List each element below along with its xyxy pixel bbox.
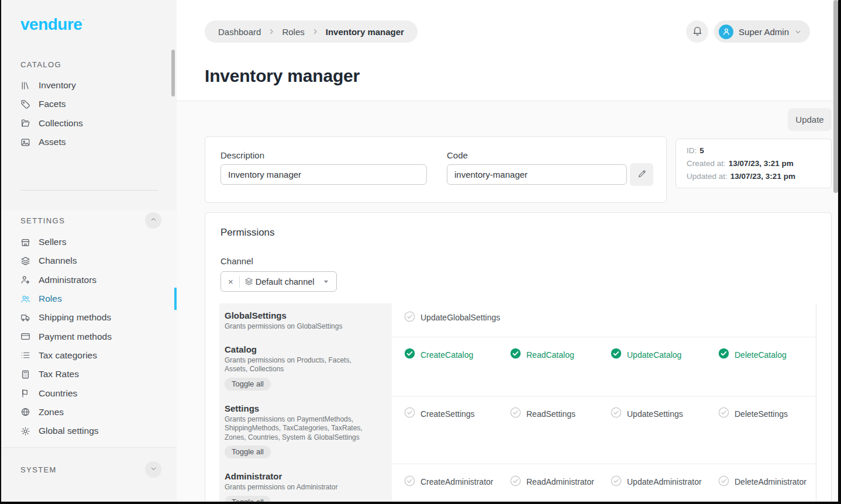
main-scrollbar[interactable] (833, 0, 838, 193)
sidebar-item-channels[interactable]: Channels (1, 251, 177, 270)
unchecked-circle-icon (510, 407, 521, 420)
sidebar-scrollbar[interactable] (171, 50, 175, 96)
assets-icon (20, 137, 31, 147)
permission-group-row-administrator: AdministratorGrants permissions on Admin… (219, 464, 816, 502)
checked-circle-icon (404, 348, 415, 361)
collapse-button[interactable] (145, 212, 161, 229)
toggle-all-button[interactable]: Toggle all (225, 446, 271, 458)
description-label: Description (220, 150, 264, 160)
remove-channel-icon[interactable]: × (227, 277, 235, 286)
sidebar-item-label: Inventory (39, 80, 76, 91)
sidebar-item-payment-methods[interactable]: Payment methods (1, 327, 177, 346)
permission-group-row-globalsettings: GlobalSettingsGrants permissions on Glob… (219, 303, 816, 337)
permission-label: UpdateAdministrator (627, 477, 702, 486)
updated-at-row: Updated at: 13/07/23, 3:21 pm (687, 172, 821, 181)
sidebar-item-label: Shipping methods (39, 312, 111, 323)
toggle-all-button[interactable]: Toggle all (225, 496, 271, 502)
permission-items: CreateCatalogReadCatalogUpdateCatalogDel… (392, 337, 816, 396)
sidebar-item-sellers[interactable]: Sellers (1, 233, 177, 251)
sidebar-section-system: SYSTEM (1, 460, 177, 482)
inventory-icon (20, 80, 31, 91)
updated-at-value: 13/07/23, 3:21 pm (730, 172, 795, 181)
unchecked-circle-icon (404, 407, 415, 420)
toggle-all-button[interactable]: Toggle all (225, 378, 271, 391)
section-header: SYSTEM (1, 460, 177, 479)
sidebar-item-countries[interactable]: Countries (1, 384, 177, 402)
permission-group-row-catalog: CatalogGrants permissions on Products, F… (219, 337, 816, 396)
channel-label: Channel (220, 256, 253, 266)
permission-checkbox-updatecatalog[interactable]: UpdateCatalog (611, 349, 718, 361)
sidebar-item-tax-rates[interactable]: Tax Rates (1, 365, 177, 384)
sidebar-section-settings: SETTINGSSellersChannelsAdministratorsRol… (1, 210, 177, 448)
created-at-label: Created at: (687, 159, 726, 168)
permission-checkbox-readadministrator[interactable]: ReadAdministrator (510, 476, 611, 488)
sidebar-item-label: Channels (39, 256, 77, 266)
permission-checkbox-deletesettings[interactable]: DeleteSettings (718, 408, 816, 420)
vendure-logo[interactable]: vendure˙ (20, 15, 84, 34)
logo-trademark: ˙ (82, 18, 84, 25)
sidebar-item-assets[interactable]: Assets (1, 133, 177, 151)
entity-info-card: ID: 5 Created at: 13/07/23, 3:21 pm Upda… (675, 139, 832, 188)
permission-items: CreateSettingsReadSettingsUpdateSettings… (392, 396, 816, 465)
sidebar-item-label: Global settings (39, 426, 99, 436)
breadcrumb-item-inventory-manager: Inventory manager (326, 27, 404, 37)
sidebar-item-collections[interactable]: Collections (1, 114, 177, 133)
sidebar-item-inventory[interactable]: Inventory (1, 76, 177, 95)
channel-select[interactable]: × Default channel (220, 271, 337, 292)
permission-checkbox-readcatalog[interactable]: ReadCatalog (510, 349, 611, 361)
sidebar-item-label: Tax Rates (39, 369, 79, 379)
permission-group-description: Grants permissions on PaymentMethods, Sh… (225, 415, 372, 443)
permission-checkbox-deletecatalog[interactable]: DeleteCatalog (718, 349, 816, 361)
unchecked-circle-icon (404, 311, 415, 325)
sidebar-item-label: Collections (39, 118, 83, 129)
description-input[interactable] (220, 164, 427, 185)
sidebar-item-global-settings[interactable]: Global settings (1, 422, 177, 440)
permission-checkbox-createsettings[interactable]: CreateSettings (404, 408, 510, 420)
permission-checkbox-deleteadministrator[interactable]: DeleteAdministrator (718, 476, 816, 488)
id-label: ID: (687, 146, 697, 155)
permission-group-description: Grants permissions on GlobalSettings (225, 322, 372, 332)
sidebar-item-facets[interactable]: Facets (1, 95, 177, 113)
collapse-button[interactable] (145, 461, 161, 478)
chevron-up-icon (150, 215, 157, 226)
sidebar: vendure˙ CATALOGInventoryFacetsCollectio… (1, 0, 177, 502)
permission-checkbox-updateadministrator[interactable]: UpdateAdministrator (611, 476, 718, 488)
sidebar-section-catalog: CATALOGInventoryFacetsCollectionsAssets (1, 57, 177, 151)
sidebar-item-label: Payment methods (39, 332, 112, 342)
chevron-down-icon (150, 464, 157, 475)
breadcrumb-item-roles[interactable]: Roles (282, 27, 304, 37)
unchecked-circle-icon (404, 475, 415, 489)
permission-checkbox-updateglobalsettings[interactable]: UpdateGlobalSettings (404, 312, 510, 323)
permission-label: ReadAdministrator (526, 477, 594, 486)
section-label: SYSTEM (20, 465, 57, 474)
section-header: CATALOG (1, 57, 177, 71)
update-button[interactable]: Update (788, 108, 832, 131)
permission-label: DeleteSettings (735, 409, 788, 419)
sidebar-item-shipping-methods[interactable]: Shipping methods (1, 308, 177, 327)
sidebar-item-zones[interactable]: Zones (1, 403, 177, 422)
permission-checkbox-createadministrator[interactable]: CreateAdministrator (404, 476, 510, 488)
edit-code-button[interactable] (630, 163, 653, 186)
entity-id-row: ID: 5 (687, 146, 821, 155)
breadcrumb-item-dashboard[interactable]: Dashboard (218, 27, 261, 37)
sidebar-item-administrators[interactable]: Administrators (1, 271, 177, 289)
permission-group-name: Catalog (225, 344, 384, 354)
notifications-button[interactable] (686, 20, 708, 43)
permissions-card: Permissions Channel × Default channel Gl… (205, 212, 832, 502)
unchecked-circle-icon (611, 407, 622, 420)
channels-icon (244, 277, 253, 286)
facets-icon (20, 99, 31, 109)
sidebar-item-tax-categories[interactable]: Tax categories (1, 346, 177, 365)
administrators-icon (20, 275, 31, 285)
permission-checkbox-updatesettings[interactable]: UpdateSettings (611, 408, 718, 420)
user-menu-button[interactable]: Super Admin (714, 20, 810, 43)
sidebar-item-roles[interactable]: Roles (1, 289, 177, 308)
permission-group-info: AdministratorGrants permissions on Admin… (219, 464, 392, 502)
unchecked-circle-icon (718, 475, 729, 489)
unchecked-circle-icon (510, 475, 521, 489)
permission-checkbox-createcatalog[interactable]: CreateCatalog (404, 349, 510, 361)
breadcrumb: DashboardRolesInventory manager (205, 20, 418, 43)
permission-checkbox-readsettings[interactable]: ReadSettings (510, 408, 611, 420)
code-input[interactable] (447, 164, 627, 185)
section-label: SETTINGS (20, 216, 65, 225)
